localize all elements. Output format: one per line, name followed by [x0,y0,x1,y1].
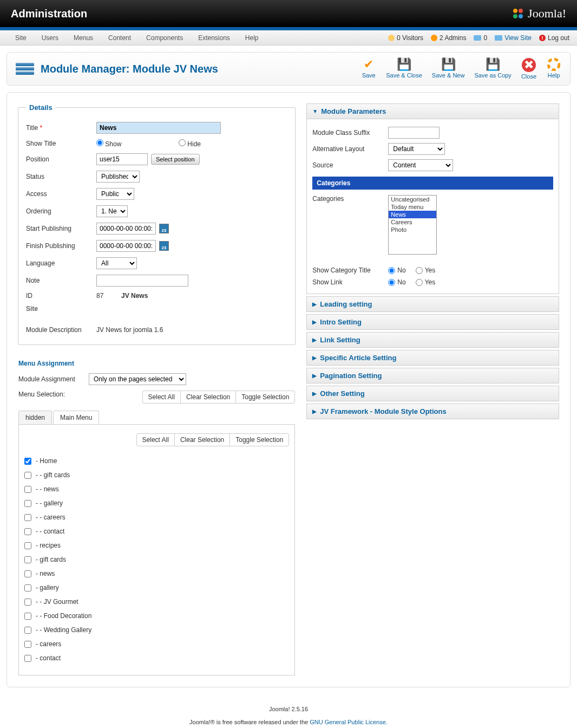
title-input[interactable] [96,122,221,134]
menu-item-checkbox[interactable] [24,641,31,648]
svg-point-2 [513,14,517,18]
note-input[interactable] [96,275,188,287]
ordering-select[interactable]: 1. News [96,205,128,217]
menu-item-checkbox[interactable] [24,458,31,465]
menu-item[interactable]: - gift cards [24,552,289,567]
toggle-selection-button[interactable]: Toggle Selection [236,391,294,403]
menu-item[interactable]: - news [24,567,289,581]
menu-components[interactable]: Components [139,31,191,45]
show-title-hide[interactable]: Hide [179,139,249,148]
start-pub-input[interactable] [96,223,156,235]
show-link-no[interactable]: No [388,278,405,286]
menu-content[interactable]: Content [101,31,139,45]
menu-item-checkbox[interactable] [24,556,31,563]
menu-site[interactable]: Site [8,31,34,45]
menu-item[interactable]: - gallery [24,581,289,595]
status-visitors[interactable]: 0 Visitors [388,34,423,42]
save-button[interactable]: ✔Save [361,58,376,80]
menu-item-checkbox[interactable] [24,514,31,521]
menu-item-checkbox[interactable] [24,570,31,577]
menu-item-checkbox[interactable] [24,500,31,507]
save-new-button[interactable]: 💾Save & New [432,58,465,80]
menu-item-checkbox[interactable] [24,613,31,620]
menu-item-checkbox[interactable] [24,486,31,493]
module-assignment-select[interactable]: Only on the pages selected [89,373,186,385]
calendar-icon[interactable]: 23 [159,241,169,251]
show-cat-title-no[interactable]: No [388,266,405,274]
calendar-icon[interactable]: 23 [159,224,169,233]
category-option[interactable]: Uncategorised [389,196,436,203]
tab-hidden[interactable]: hidden [18,411,52,424]
menu-item-checkbox[interactable] [24,584,31,592]
show-cat-title-yes[interactable]: Yes [416,266,436,274]
menu-item-checkbox[interactable] [24,627,31,634]
menu-item[interactable]: - - gift cards [24,468,289,482]
menu-item[interactable]: - - Food Decoration [24,609,289,623]
status-select[interactable]: Published [96,171,140,183]
joomla-logo: Joomla! [512,6,566,21]
class-suffix-input[interactable] [388,127,440,139]
select-all-button[interactable]: Select All [143,391,181,403]
category-option[interactable]: News [389,211,436,218]
toggle-selection-button-2[interactable]: Toggle Selection [230,434,289,446]
tab-main-menu[interactable]: Main Menu [53,411,99,424]
close-button[interactable]: ✖Close [521,58,536,80]
menu-item[interactable]: - - Wedding Gallery [24,623,289,637]
menu-help[interactable]: Help [238,31,266,45]
chevron-right-icon: ▶ [312,408,317,414]
menu-item[interactable]: - - careers [24,510,289,524]
save-copy-button[interactable]: 💾Save as Copy [474,58,511,80]
accordion-title: Link Setting [320,336,360,344]
status-viewsite[interactable]: View Site [495,34,532,42]
menu-item[interactable]: - Home [24,454,289,468]
license-link[interactable]: GNU General Public License. [310,719,388,725]
clear-selection-button[interactable]: Clear Selection [181,391,236,403]
menu-extensions[interactable]: Extensions [191,31,238,45]
accordion-header[interactable]: ▶Link Setting [306,332,559,348]
menu-item[interactable]: - - gallery [24,496,289,510]
language-select[interactable]: All [96,257,137,269]
save-close-button[interactable]: 💾Save & Close [386,58,422,80]
menu-users[interactable]: Users [34,31,66,45]
status-logout[interactable]: !Log out [539,34,569,42]
status-admins[interactable]: 2 Admins [431,34,466,42]
clear-selection-button-2[interactable]: Clear Selection [174,434,230,446]
menu-tabs: hidden Main Menu [18,411,295,425]
category-option[interactable]: Today menu [389,203,436,211]
menu-item[interactable]: - contact [24,651,289,665]
menu-item-checkbox[interactable] [24,528,31,535]
alt-layout-select[interactable]: Default [388,143,445,155]
menu-item[interactable]: - recipes [24,538,289,552]
select-position-button[interactable]: Select position [151,154,200,165]
accordion-header[interactable]: ▶Pagination Setting [306,368,559,384]
show-title-show[interactable]: Show [96,139,167,148]
access-select[interactable]: Public [96,188,134,200]
accordion-header[interactable]: ▶Leading setting [306,296,559,312]
menu-item[interactable]: - - news [24,482,289,496]
source-select[interactable]: Content [388,159,453,171]
finish-pub-input[interactable] [96,240,156,252]
menu-item[interactable]: - - contact [24,524,289,538]
show-link-yes[interactable]: Yes [416,278,436,286]
menu-selection-label: Menu Selection: [18,391,89,398]
accordion-header[interactable]: ▶JV Framework - Module Style Options [306,404,559,419]
categories-list[interactable]: UncategorisedToday menuNewsCareersPhoto [388,195,437,255]
accordion-header[interactable]: ▶Other Setting [306,386,559,401]
help-button[interactable]: Help [546,58,561,80]
select-all-button-2[interactable]: Select All [137,434,174,446]
position-input[interactable] [96,153,148,165]
menu-item-checkbox[interactable] [24,542,31,549]
menu-item[interactable]: - - JV Gourmet [24,595,289,609]
accordion-title: Pagination Setting [320,372,382,380]
menu-item-checkbox[interactable] [24,655,31,662]
accordion-header[interactable]: ▶Specific Article Setting [306,350,559,366]
menu-item-checkbox[interactable] [24,472,31,479]
menu-item-checkbox[interactable] [24,599,31,606]
status-messages[interactable]: 0 [474,34,487,42]
accordion-header[interactable]: ▶Intro Setting [306,314,559,330]
category-option[interactable]: Careers [389,218,436,226]
module-parameters-header[interactable]: ▼Module Parameters [306,103,559,119]
menu-menus[interactable]: Menus [66,31,101,45]
category-option[interactable]: Photo [389,226,436,233]
menu-item[interactable]: - careers [24,637,289,651]
